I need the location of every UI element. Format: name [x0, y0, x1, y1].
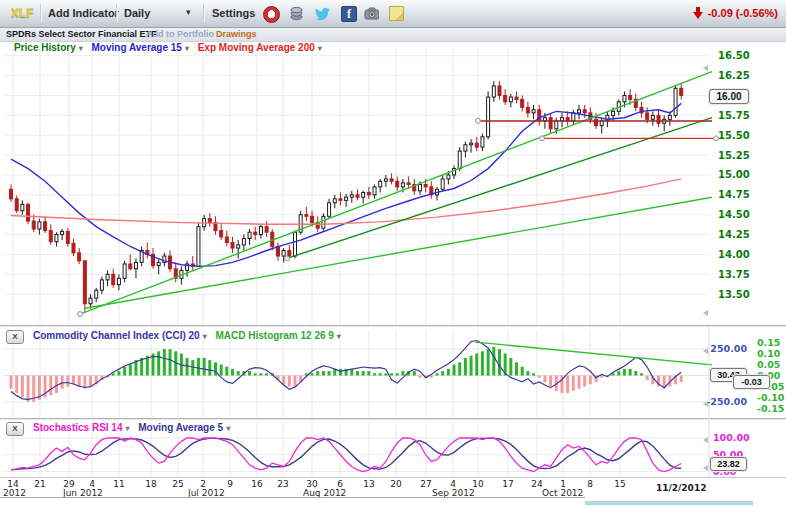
candle-body: [674, 88, 677, 115]
candle-body: [112, 274, 115, 284]
candle-body: [629, 95, 632, 99]
candle-body: [555, 121, 558, 129]
close-cci-panel-button[interactable]: X: [6, 330, 24, 344]
stoch-axis-label: 100.00: [713, 432, 750, 443]
macd-bar: [600, 376, 603, 378]
chevron-down-icon[interactable]: ▾: [79, 44, 83, 53]
macd-bar: [509, 358, 512, 376]
price-axis-label: 15.75: [718, 110, 750, 121]
candle-body: [32, 221, 35, 229]
candle-body: [311, 216, 314, 222]
candle-body: [305, 215, 308, 217]
month-label: Jul 2012: [187, 488, 225, 498]
price-axis-label: 14.75: [718, 189, 750, 200]
candle-body: [623, 95, 626, 101]
macd-bar: [538, 376, 541, 378]
date-tick-label: 17: [502, 479, 513, 489]
indicator-stochastics-rsi-14[interactable]: Stochastics RSI 14: [33, 422, 122, 433]
price-axis-label: 16.25: [718, 70, 750, 81]
macd-axis-label: 0.10: [757, 348, 781, 359]
chevron-down-icon[interactable]: ▾: [318, 44, 322, 53]
macd-bar: [231, 369, 234, 376]
macd-bar: [203, 358, 206, 376]
candle-body: [384, 179, 387, 181]
candle-body: [492, 86, 495, 97]
macd-bar: [225, 367, 228, 376]
candle-body: [129, 264, 132, 269]
candle-body: [345, 197, 348, 200]
candle-body: [578, 110, 581, 113]
date-tick-label: 18: [145, 479, 157, 489]
month-label: Aug 2012: [303, 488, 346, 498]
indicator-moving-average-5[interactable]: Moving Average 5: [138, 422, 223, 433]
candle-body: [282, 250, 285, 256]
candle-body: [441, 179, 444, 189]
macd-bar: [66, 376, 69, 387]
macd-bar: [61, 376, 64, 389]
chevron-down-icon[interactable]: ▾: [226, 424, 230, 433]
macd-bar: [362, 371, 365, 375]
date-tick-label: 15: [614, 479, 625, 489]
macd-bar: [78, 376, 81, 387]
candle-body: [106, 274, 109, 280]
macd-bar: [526, 371, 529, 375]
candle-body: [646, 113, 649, 119]
macd-bar: [49, 376, 52, 396]
date-tick-label: 20: [390, 479, 402, 489]
chevron-down-icon[interactable]: ▾: [203, 332, 207, 341]
candle-body: [55, 235, 58, 242]
macd-bar: [214, 362, 217, 375]
macd-bar: [458, 362, 461, 375]
candle-body: [418, 184, 421, 190]
candle-body: [509, 97, 512, 102]
macd-bar: [123, 367, 126, 376]
macd-bar: [640, 373, 643, 375]
candle-body: [657, 115, 660, 123]
macd-bar: [288, 376, 291, 387]
candle-body: [481, 137, 484, 147]
price-axis-label: 15.25: [718, 150, 750, 161]
chevron-down-icon[interactable]: ▾: [185, 44, 189, 53]
candle-body: [66, 231, 69, 243]
macd-bar: [430, 376, 433, 378]
macd-axis-label: 0.05: [757, 359, 780, 370]
end-date-label: 11/2/2012: [656, 483, 706, 493]
indicator-moving-average-15[interactable]: Moving Average 15: [92, 42, 182, 53]
axis-marker-icon: [703, 65, 708, 71]
candle-body: [333, 199, 336, 203]
price-panel-header: Price History▾ Moving Average 15▾ Exp Mo…: [14, 42, 328, 53]
current-stoch-box: 23.82: [710, 457, 747, 471]
macd-bar: [248, 371, 251, 375]
price-axis-label: 13.50: [718, 289, 750, 300]
close-stoch-panel-button[interactable]: X: [6, 422, 24, 436]
indicator-cci-20[interactable]: Commodity Channel Index (CCI) 20: [33, 330, 200, 341]
macd-bar: [21, 376, 24, 398]
macd-bar: [356, 371, 359, 375]
charting-app: 16.5016.2515.7515.5015.2515.0014.7514.50…: [0, 0, 786, 507]
macd-bar: [617, 371, 620, 375]
indicator-price-history[interactable]: Price History: [14, 42, 76, 53]
candle-body: [606, 115, 609, 121]
candle-body: [668, 115, 671, 119]
macd-bar: [265, 373, 268, 375]
date-tick-label: 21: [34, 479, 45, 489]
macd-bar: [117, 371, 120, 375]
candle-body: [134, 262, 137, 268]
drawing-handle: [476, 118, 481, 123]
indicator-exp-moving-average-200[interactable]: Exp Moving Average 200: [198, 42, 315, 53]
candle-body: [498, 86, 501, 96]
macd-bar: [294, 376, 297, 387]
chevron-down-icon[interactable]: ▾: [337, 332, 341, 341]
chevron-down-icon[interactable]: ▾: [125, 424, 129, 433]
macd-bar: [208, 360, 211, 375]
macd-bar: [339, 369, 342, 376]
candle-body: [100, 280, 103, 290]
candle-body: [95, 290, 98, 298]
candle-body: [651, 115, 654, 119]
macd-bar: [583, 376, 586, 387]
candle-body: [123, 264, 126, 278]
candle-body: [339, 199, 342, 201]
candle-body: [15, 199, 18, 211]
candle-body: [680, 88, 683, 95]
indicator-macd-histogram[interactable]: MACD Histogram 12 26 9: [215, 330, 333, 341]
